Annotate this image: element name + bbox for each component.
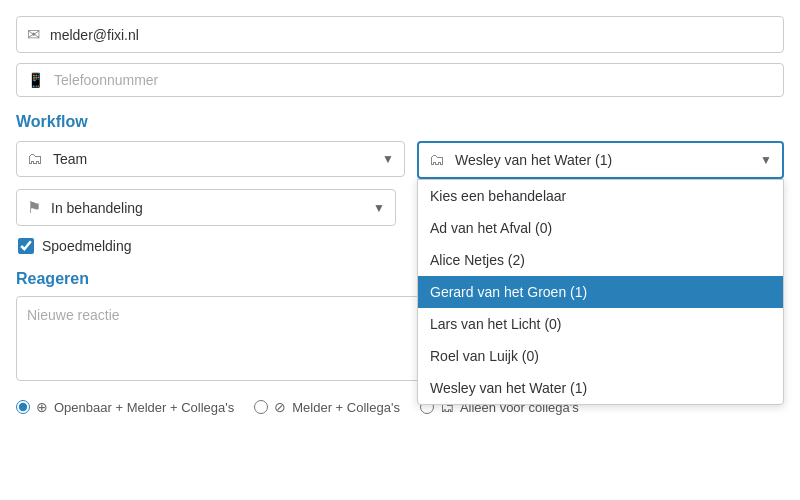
phone-icon: 📱 (27, 72, 44, 88)
assignee-icon: 🗂 (429, 151, 445, 169)
dropdown-item-3[interactable]: Gerard van het Groen (1) (418, 276, 783, 308)
visibility-melder: ⊘ Melder + Collega's (254, 399, 400, 415)
workflow-row: 🗂 Team ▼ 🗂 Wesley van het Water (1) ▼ Ki… (16, 141, 784, 179)
email-icon: ✉ (27, 25, 40, 44)
status-select[interactable]: In behandeling (51, 200, 373, 216)
team-select-wrapper[interactable]: 🗂 Team ▼ (16, 141, 405, 177)
assignee-dropdown-menu: Kies een behandelaar Ad van het Afval (0… (417, 179, 784, 405)
assignee-dropdown-trigger[interactable]: 🗂 Wesley van het Water (1) ▼ (417, 141, 784, 179)
assignee-selected-value: Wesley van het Water (1) (455, 152, 760, 168)
visibility-public-label: Openbaar + Melder + Collega's (54, 400, 234, 415)
status-chevron-icon: ▼ (373, 201, 385, 215)
melder-icon: ⊘ (274, 399, 286, 415)
visibility-melder-radio[interactable] (254, 400, 268, 414)
assignee-dropdown-container: 🗂 Wesley van het Water (1) ▼ Kies een be… (417, 141, 784, 179)
urgent-label: Spoedmelding (42, 238, 132, 254)
dropdown-item-1[interactable]: Ad van het Afval (0) (418, 212, 783, 244)
status-icon: ⚑ (27, 198, 41, 217)
visibility-public-radio[interactable] (16, 400, 30, 414)
phone-field: 📱 (16, 63, 784, 97)
phone-input[interactable] (54, 72, 773, 88)
dropdown-item-2[interactable]: Alice Netjes (2) (418, 244, 783, 276)
assignee-chevron-icon: ▼ (760, 153, 772, 167)
team-select[interactable]: Team (53, 151, 382, 167)
dropdown-item-5[interactable]: Roel van Luijk (0) (418, 340, 783, 372)
team-icon: 🗂 (27, 150, 43, 168)
email-input[interactable] (50, 27, 773, 43)
dropdown-item-4[interactable]: Lars van het Licht (0) (418, 308, 783, 340)
team-chevron-icon: ▼ (382, 152, 394, 166)
status-select-wrapper[interactable]: ⚑ In behandeling ▼ (16, 189, 396, 226)
dropdown-item-0[interactable]: Kies een behandelaar (418, 180, 783, 212)
visibility-melder-label: Melder + Collega's (292, 400, 400, 415)
email-field: ✉ (16, 16, 784, 53)
dropdown-item-6[interactable]: Wesley van het Water (1) (418, 372, 783, 404)
workflow-title: Workflow (16, 113, 784, 131)
urgent-checkbox[interactable] (18, 238, 34, 254)
public-icon: ⊕ (36, 399, 48, 415)
visibility-public: ⊕ Openbaar + Melder + Collega's (16, 399, 234, 415)
